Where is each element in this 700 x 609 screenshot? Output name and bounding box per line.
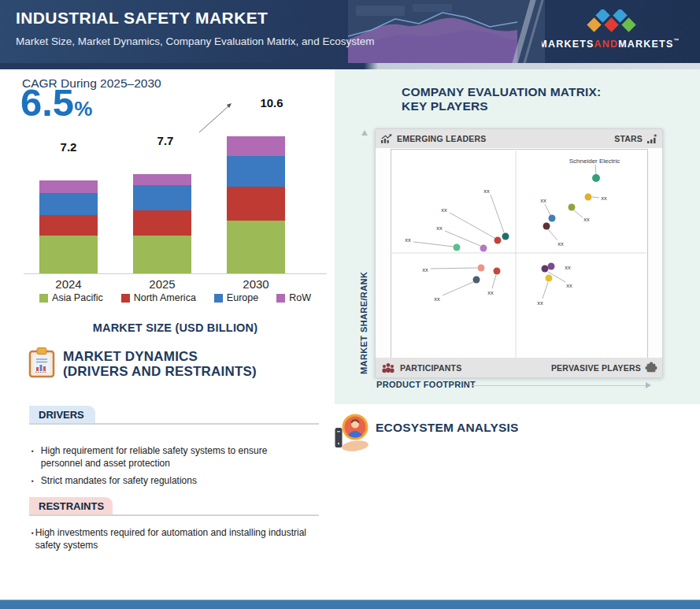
connector-line <box>443 282 473 295</box>
page-title: INDUSTRIAL SAFETY MARKET <box>16 9 268 28</box>
market-dynamics-title: MARKET DYNAMICS (DRIVERS AND RESTRAINTS) <box>63 349 257 379</box>
bullet-icon: ▪ <box>31 445 34 470</box>
header: INDUSTRIAL SAFETY MARKET Market Size, Ma… <box>0 0 700 63</box>
driver-item: ▪High requirement for reliable safety sy… <box>31 445 291 470</box>
matrix-point <box>549 215 556 222</box>
legend-item-europe: Europe <box>214 292 258 303</box>
legend-label: Asia Pacific <box>52 292 103 303</box>
matrix-point <box>543 223 550 230</box>
bottom-accent-bar <box>0 600 700 609</box>
matrix-title-line1: COMPANY EVALUATION MATRIX: <box>402 85 601 99</box>
legend-swatch <box>214 294 223 303</box>
connector-line <box>450 213 494 238</box>
clipboard-chart-icon <box>28 347 56 378</box>
connector-line <box>413 242 454 247</box>
drivers-list: ▪High requirement for reliable safety sy… <box>31 445 291 493</box>
matrix-bottom-strip: PARTICIPANTS PERVASIVE PLAYERS <box>376 358 662 377</box>
matrix-point-label: Schneider Electric <box>569 158 620 165</box>
market-dynamics-title-line2: (DRIVERS AND RESTRAINTS) <box>63 364 257 379</box>
bar-segment-north-america <box>227 187 285 221</box>
matrix-point-label: xx <box>487 289 494 296</box>
bar-segment-row <box>133 174 191 186</box>
restraints-underline <box>29 514 319 516</box>
y-axis-label: MARKET SHARE/RANK <box>359 276 370 374</box>
matrix-point-label: xx <box>601 195 607 202</box>
matrix-point <box>494 268 501 275</box>
x-tick-label: 2030 <box>227 277 285 291</box>
matrix-point-label: xx <box>434 295 440 303</box>
legend-item-asia-pacific: Asia Pacific <box>39 292 103 303</box>
header-bottom-strip <box>0 63 700 69</box>
matrix-point <box>454 244 461 251</box>
legend-item-row: RoW <box>276 292 311 303</box>
bar-total-label: 7.2 <box>45 140 92 154</box>
svg-text:★: ★ <box>654 133 657 138</box>
matrix-point-label: xx <box>483 188 490 195</box>
matrix-point <box>548 263 555 270</box>
y-axis-arrow-icon <box>361 130 368 136</box>
legend-swatch <box>276 294 285 303</box>
matrix-point-label: xx <box>537 299 543 306</box>
connector-line <box>592 197 599 198</box>
logo-diamonds-icon <box>587 9 635 32</box>
bar-segment-europe <box>133 185 191 210</box>
matrix-top-strip: EMERGING LEADERS STARS ★ <box>376 129 662 148</box>
bar-segment-row <box>227 136 285 156</box>
matrix-point <box>542 266 549 273</box>
legend-swatch <box>121 294 130 303</box>
legend-label: RoW <box>289 292 311 303</box>
growth-chart-icon <box>380 133 393 144</box>
market-dynamics-title-line1: MARKET DYNAMICS <box>63 349 257 364</box>
bar-total-label: 10.6 <box>248 96 295 110</box>
matrix-point-label: xx <box>566 282 572 289</box>
legend-item-north-america: North America <box>121 292 196 303</box>
bullet-icon: ▪ <box>31 527 34 551</box>
matrix-point-label: xx <box>565 264 571 271</box>
connector-line <box>595 165 596 174</box>
matrix-point <box>494 237 502 244</box>
matrix-point <box>569 204 576 211</box>
marketsandmarkets-logo: MARKETSANDMARKETS™ <box>542 9 680 58</box>
restraints-tab: RESTRAINTS <box>29 497 113 514</box>
quadrant-emerging-leaders: EMERGING LEADERS <box>380 133 486 144</box>
restraints-list: ▪High investments required for automatio… <box>31 527 313 557</box>
connector-line <box>492 275 496 288</box>
logo-wordmark: MARKETSANDMARKETS™ <box>542 38 680 50</box>
people-group-icon <box>380 362 396 374</box>
x-axis-line-right <box>472 385 646 386</box>
ecosystem-title: ECOSYSTEM ANALYSIS <box>376 421 519 435</box>
bar-segment-asia-pacific <box>39 236 98 273</box>
industrial-safety-infographic: INDUSTRIAL SAFETY MARKET Market Size, Ma… <box>0 0 700 609</box>
market-size-chart: 7.220247.7202510.62030 <box>24 91 327 273</box>
bullet-icon: ▪ <box>31 475 34 488</box>
matrix-point <box>480 245 487 252</box>
connector-line <box>574 210 583 217</box>
bar-segment-row <box>39 180 98 193</box>
matrix-point <box>473 277 480 284</box>
bar-segment-europe <box>39 193 98 215</box>
matrix-point <box>585 194 592 201</box>
x-tick-label: 2025 <box>133 277 191 291</box>
matrix-card: EMERGING LEADERS STARS ★ xxxxxxxxSchneid… <box>375 128 663 378</box>
legend-swatch <box>39 294 48 303</box>
legend-label: Europe <box>227 292 258 303</box>
matrix-point <box>546 275 553 282</box>
chart-caption: MARKET SIZE (USD BILLION) <box>24 321 327 334</box>
matrix-scatter: xxxxxxxxSchneider Electricxxxxxxxxxxxxxx… <box>391 150 647 359</box>
x-tick-label: 2024 <box>39 277 98 291</box>
bar-segment-north-america <box>133 210 191 236</box>
bar-segment-north-america <box>39 215 98 236</box>
evaluation-matrix-panel: COMPANY EVALUATION MATRIX: KEY PLAYERS M… <box>335 69 700 404</box>
quadrant-stars: STARS ★ <box>614 133 657 144</box>
bars-star-icon: ★ <box>646 133 657 144</box>
matrix-title: COMPANY EVALUATION MATRIX: KEY PLAYERS <box>402 85 601 113</box>
matrix-point-label: xx <box>441 206 447 214</box>
hand-holding-person-icon <box>335 410 372 452</box>
drivers-underline <box>29 423 319 425</box>
puzzle-icon <box>645 362 657 374</box>
legend-label: North America <box>134 292 196 303</box>
x-axis-line <box>24 273 327 274</box>
bar-segment-asia-pacific <box>227 221 285 273</box>
matrix-plot: xxxxxxxxSchneider Electricxxxxxxxxxxxxxx… <box>391 149 648 360</box>
x-axis-label: PRODUCT FOOTPRINT <box>376 380 476 389</box>
